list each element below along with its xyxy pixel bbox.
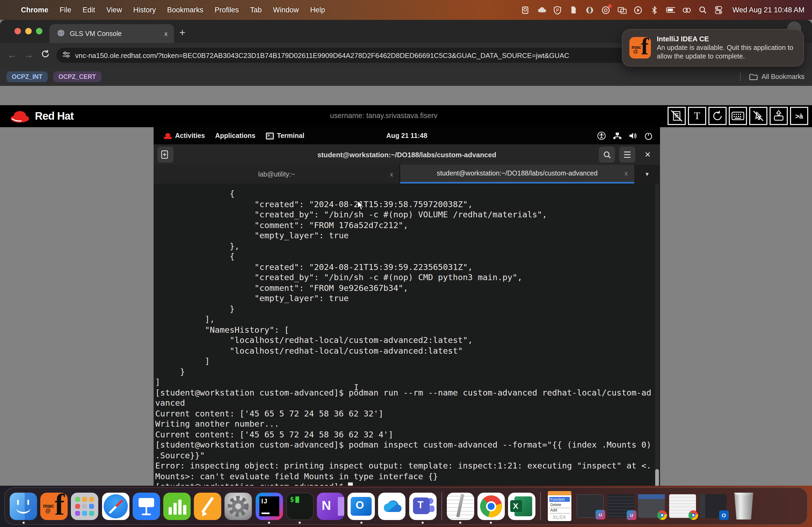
network-icon[interactable]: [613, 132, 622, 139]
tab-close-icon[interactable]: x: [625, 169, 628, 177]
terminal-menu-button[interactable]: ☰: [619, 147, 635, 163]
dock-pages[interactable]: [192, 492, 223, 520]
dock-teams[interactable]: T: [407, 492, 438, 520]
menu-file[interactable]: File: [60, 6, 71, 14]
dock-finder[interactable]: [8, 492, 39, 520]
menu-bar-clock[interactable]: Wed Aug 21 10:48 AM: [733, 6, 804, 14]
menu-app-chrome[interactable]: Chrome: [21, 6, 48, 14]
dock-safari[interactable]: [100, 492, 131, 520]
link-icon[interactable]: [682, 5, 691, 15]
finder-icon: [10, 492, 37, 520]
terminal-scrollbar-track[interactable]: [655, 183, 659, 486]
terminal-search-button[interactable]: [599, 147, 615, 163]
upload-button[interactable]: [770, 107, 788, 125]
terminal-scrollbar-thumb[interactable]: [655, 469, 659, 486]
notification-popup[interactable]: f mac @ IntelliJ IDEA CE An update is av…: [622, 29, 804, 66]
terminal-headerbar[interactable]: student@workstation:~/DO188/labs/custom-…: [154, 144, 660, 165]
terminal-title: student@workstation:~/DO188/labs/custom-…: [154, 151, 660, 159]
macos-menu-bar: Chrome File Edit View History Bookmarks …: [0, 0, 812, 20]
screen-capture-icon[interactable]: [521, 5, 530, 15]
chrome-window: GLS VM Console x + ← → vnc-na150.ole.red…: [0, 20, 812, 486]
dock-macupdater[interactable]: fmac@: [39, 492, 69, 520]
terminal-tab-utility[interactable]: lab@utility:~ x: [154, 165, 400, 183]
tab-group-ocpz-cert[interactable]: OCPZ_CERT: [53, 71, 101, 82]
terminal-output[interactable]: { "created": "2024-08-21T15:39:58.759720…: [154, 183, 660, 486]
redhat-header: Red Hat username: tanay.srivastava.fiser…: [0, 105, 812, 127]
swirl-icon[interactable]: [585, 5, 595, 15]
reload-button[interactable]: [41, 49, 50, 61]
dock-minimized-outlook-window[interactable]: O: [698, 494, 728, 518]
all-bookmarks-button[interactable]: All Bookmarks: [740, 73, 804, 81]
tab-close-icon[interactable]: x: [390, 170, 393, 178]
dock-system-settings[interactable]: [223, 492, 254, 520]
back-button[interactable]: ←: [8, 50, 17, 61]
menu-window[interactable]: Window: [273, 6, 299, 14]
shield-p-icon[interactable]: P: [553, 5, 562, 15]
dock-minimized-xlsx[interactable]: FunctionDeleteAddXLSX: [544, 491, 575, 521]
menu-bookmarks[interactable]: Bookmarks: [167, 6, 203, 14]
spotlight-search-icon[interactable]: [698, 5, 707, 15]
tab-close-icon[interactable]: x: [164, 30, 168, 37]
bluetooth-icon[interactable]: [650, 5, 659, 15]
terminal-tab-workstation[interactable]: student@workstation:~/DO188/labs/custom-…: [400, 165, 634, 183]
site-settings-icon[interactable]: [62, 50, 70, 60]
keyboard-button[interactable]: [729, 107, 747, 125]
dock-minimized-intellij-window-2[interactable]: IJ: [606, 494, 636, 518]
notification-title: IntelliJ IDEA CE: [657, 35, 801, 43]
menu-profiles[interactable]: Profiles: [215, 6, 239, 14]
power-icon[interactable]: [644, 132, 653, 140]
menu-tab[interactable]: Tab: [250, 6, 262, 14]
url-text[interactable]: vnc-na150.ole.redhat.com/?token=BEC0B72A…: [75, 51, 569, 59]
dock-onenote[interactable]: N: [315, 492, 346, 520]
gnome-clock[interactable]: Aug 21 11:48: [154, 132, 660, 139]
clip-icon[interactable]: [569, 5, 578, 15]
dock-onedrive[interactable]: [377, 492, 407, 520]
window-minimize-button[interactable]: [25, 28, 32, 34]
window-close-button[interactable]: [14, 28, 21, 34]
play-circle-icon[interactable]: [634, 5, 643, 15]
ime-language-button[interactable]: >à: [790, 107, 808, 125]
dock-excel[interactable]: X: [506, 492, 537, 520]
volume-icon[interactable]: [629, 132, 637, 139]
dock-keynote[interactable]: [131, 492, 162, 520]
refresh-button[interactable]: [708, 107, 727, 125]
terminal-new-tab-button[interactable]: [157, 147, 173, 163]
dock-chrome[interactable]: [476, 492, 506, 520]
new-tab-button[interactable]: +: [179, 27, 185, 39]
onedrive-cloud-icon[interactable]: [537, 5, 546, 15]
onenote-icon: N: [317, 492, 344, 520]
menu-view[interactable]: View: [106, 6, 122, 14]
menu-edit[interactable]: Edit: [83, 6, 95, 14]
dock-launchpad[interactable]: [70, 492, 100, 520]
dock-textedit[interactable]: [445, 492, 476, 520]
menu-help[interactable]: Help: [310, 6, 325, 14]
dock-terminal[interactable]: $: [284, 492, 315, 520]
running-indicator: [459, 521, 461, 524]
terminal-close-button[interactable]: ✕: [640, 147, 656, 163]
menu-history[interactable]: History: [133, 6, 156, 14]
running-indicator: [22, 521, 25, 524]
forward-button[interactable]: →: [24, 50, 33, 61]
dock-intellij[interactable]: IJ: [254, 492, 284, 520]
mouse-disabled-button[interactable]: [749, 107, 767, 125]
text-input-button[interactable]: T: [688, 107, 706, 125]
tab-group-ocpz-int[interactable]: OCPZ_INT: [6, 71, 48, 82]
clipboard-disabled-button[interactable]: [668, 107, 686, 125]
battery-icon[interactable]: [666, 5, 675, 15]
dock-numbers[interactable]: [162, 492, 192, 520]
chrome-icon: [477, 492, 505, 520]
meet-dot-icon[interactable]: [601, 5, 611, 15]
browser-tab[interactable]: GLS VM Console x: [49, 24, 174, 43]
address-bar[interactable]: vnc-na150.ole.redhat.com/?token=BEC0B72A…: [56, 48, 657, 63]
dock-minimized-intellij-window-1[interactable]: IJ: [575, 494, 606, 518]
dock-minimized-chrome-window-1[interactable]: [636, 494, 667, 518]
control-center-icon[interactable]: [714, 5, 723, 15]
window-zoom-button[interactable]: [36, 28, 42, 34]
dock-outlook[interactable]: O: [346, 492, 376, 520]
dock-trash[interactable]: [728, 493, 759, 520]
intellij-icon: IJ: [255, 492, 283, 520]
dock-minimized-chrome-window-2[interactable]: [667, 494, 698, 518]
tab-list-dropdown[interactable]: ▼: [634, 165, 660, 183]
display-mirror-icon[interactable]: [618, 5, 627, 15]
accessibility-icon[interactable]: [597, 132, 606, 140]
